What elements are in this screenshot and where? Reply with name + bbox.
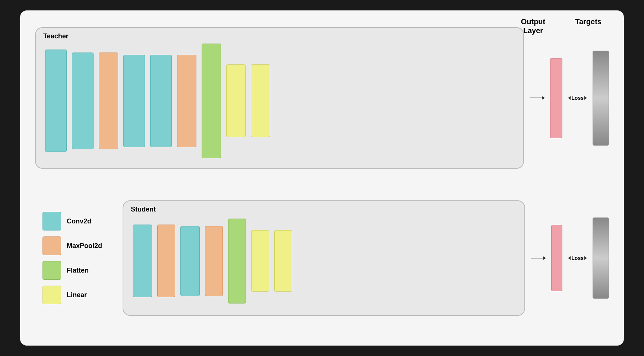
legend-item-maxpool: MaxPool2d bbox=[42, 236, 110, 255]
teacher-bar-maxpool-1 bbox=[99, 53, 118, 149]
teacher-loss-text: Loss bbox=[571, 95, 584, 101]
legend-item-flatten: Flatten bbox=[42, 261, 110, 280]
targets-label: Targets bbox=[575, 17, 602, 26]
teacher-bar-linear-1 bbox=[226, 64, 246, 137]
legend-label-conv2d: Conv2d bbox=[67, 217, 91, 225]
teacher-network-box: Teacher bbox=[35, 27, 524, 169]
student-loss-right-arrow bbox=[584, 256, 587, 260]
teacher-arrow-line bbox=[530, 98, 544, 98]
main-container: OutputLayer Targets Teacher bbox=[20, 10, 624, 346]
student-bar-linear-2 bbox=[274, 230, 292, 292]
legend-box-conv2d bbox=[42, 212, 61, 231]
teacher-bar-maxpool-2 bbox=[177, 55, 196, 147]
student-loss-group: Loss bbox=[568, 255, 587, 261]
teacher-bar-conv2d-2 bbox=[72, 53, 94, 149]
legend-box-flatten bbox=[42, 261, 61, 280]
student-target-bar bbox=[593, 217, 609, 299]
student-bar-linear-1 bbox=[251, 230, 269, 292]
teacher-target-bar bbox=[593, 51, 609, 146]
teacher-output-bar bbox=[550, 58, 562, 138]
legend-label-flatten: Flatten bbox=[67, 267, 89, 274]
teacher-bar-conv2d-4 bbox=[150, 55, 172, 147]
teacher-section: Teacher Lo bbox=[35, 22, 609, 174]
header-labels: OutputLayer Targets bbox=[521, 17, 602, 35]
teacher-bar-conv2d-1 bbox=[45, 50, 67, 152]
student-loss-text: Loss bbox=[571, 255, 584, 261]
legend-box-linear bbox=[42, 286, 61, 304]
teacher-loss-right-arrow bbox=[584, 96, 587, 100]
legend-item-conv2d: Conv2d bbox=[42, 212, 110, 231]
teacher-bar-linear-2 bbox=[251, 64, 270, 137]
legend-box-maxpool bbox=[42, 236, 61, 255]
teacher-arrow bbox=[530, 98, 544, 98]
teacher-title: Teacher bbox=[43, 32, 69, 40]
legend: Conv2d MaxPool2d Flatten Linear bbox=[35, 204, 117, 312]
student-output-bar bbox=[551, 225, 562, 291]
legend-item-linear: Linear bbox=[42, 286, 110, 304]
teacher-bar-flatten bbox=[202, 44, 221, 158]
legend-label-maxpool: MaxPool2d bbox=[67, 242, 102, 250]
teacher-loss-group: Loss bbox=[568, 95, 587, 101]
teacher-loss-left-arrow bbox=[568, 96, 571, 100]
student-title: Student bbox=[131, 206, 156, 213]
student-network-box: Student bbox=[123, 200, 525, 316]
student-bar-maxpool-2 bbox=[205, 226, 223, 296]
output-layer-label: OutputLayer bbox=[521, 17, 546, 35]
student-bar-flatten bbox=[228, 219, 246, 303]
student-arrow-line bbox=[531, 258, 546, 258]
student-bar-maxpool-1 bbox=[157, 225, 175, 297]
student-bar-conv2d-1 bbox=[133, 225, 152, 297]
legend-label-linear: Linear bbox=[67, 291, 87, 299]
student-arrow bbox=[531, 258, 546, 258]
student-section: Conv2d MaxPool2d Flatten Linear Student bbox=[35, 182, 609, 334]
student-bar-conv2d-2 bbox=[180, 226, 200, 296]
student-loss-left-arrow bbox=[568, 256, 571, 260]
teacher-bar-conv2d-3 bbox=[123, 55, 145, 147]
